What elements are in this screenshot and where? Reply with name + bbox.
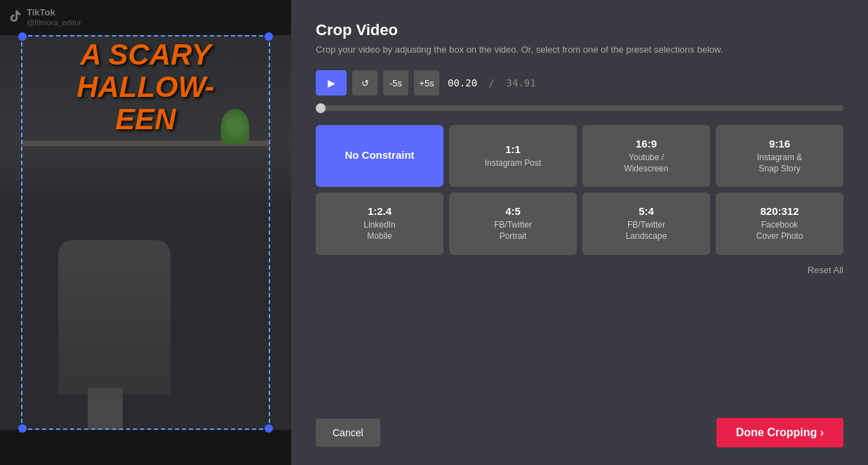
crop-option-9-16[interactable]: 9:16 Instagram &Snap Story xyxy=(716,125,843,187)
crop-ratio-label: 1:1 xyxy=(456,143,570,155)
time-separator: / xyxy=(483,77,500,89)
right-panel: Crop Video Crop your video by adjusting … xyxy=(291,0,868,465)
playback-controls: ▶ ↺ -5s +5s 00.20 / 34.91 xyxy=(316,70,843,96)
plus5-button[interactable]: +5s xyxy=(414,70,439,96)
crop-option-1-2-4[interactable]: 1:2.4 LinkedInMobile xyxy=(316,192,443,254)
crop-option-1-1[interactable]: 1:1 Instagram Post xyxy=(449,125,577,187)
crop-name-label: FB/TwitterPortrait xyxy=(456,220,570,242)
crop-ratio-label: 4:5 xyxy=(456,205,570,217)
panel-subtitle: Crop your video by adjusting the box on … xyxy=(316,44,843,56)
crop-handle-top-right[interactable] xyxy=(265,32,273,41)
replay-icon: ↺ xyxy=(361,78,369,89)
minus5-button[interactable]: -5s xyxy=(383,70,408,96)
crop-mask-bottom xyxy=(0,430,291,465)
reset-row: Reset All xyxy=(316,263,843,276)
crop-ratio-label: 820:312 xyxy=(723,205,836,217)
bottom-buttons-row: Cancel Done Cropping › xyxy=(316,418,843,447)
crop-option-no-constraint[interactable]: No Constraint xyxy=(316,125,443,187)
crop-option-820-312[interactable]: 820:312 FacebookCover Photo xyxy=(716,192,843,254)
total-time: 34.91 xyxy=(506,77,535,89)
crop-ratio-label: 9:16 xyxy=(723,138,836,150)
replay-button[interactable]: ↺ xyxy=(352,70,378,96)
reset-all-button[interactable]: Reset All xyxy=(808,265,843,275)
progress-handle[interactable] xyxy=(316,103,326,113)
progress-bar-container[interactable] xyxy=(316,105,843,111)
crop-ratio-label: 16:9 xyxy=(589,138,703,150)
video-preview-area: TikTok @filmora_editor A SCARY HALLOW- E… xyxy=(0,0,291,465)
crop-handle-bottom-right[interactable] xyxy=(265,424,273,433)
crop-option-4-5[interactable]: 4:5 FB/TwitterPortrait xyxy=(449,192,577,254)
play-button[interactable]: ▶ xyxy=(316,70,347,96)
crop-options-grid: No Constraint 1:1 Instagram Post 16:9 Yo… xyxy=(316,125,843,254)
cancel-button[interactable]: Cancel xyxy=(316,419,380,447)
crop-ratio-label: 5:4 xyxy=(589,205,703,217)
video-panel: TikTok @filmora_editor A SCARY HALLOW- E… xyxy=(0,0,291,465)
crop-name-label: Youtube /Widescreen xyxy=(589,152,703,174)
crop-name-label: FB/TwitterLandscape xyxy=(589,220,703,242)
crop-handle-bottom-left[interactable] xyxy=(18,424,27,433)
crop-ratio-label: 1:2.4 xyxy=(323,205,436,217)
crop-name-label: LinkedInMobile xyxy=(323,220,436,242)
done-cropping-button[interactable]: Done Cropping › xyxy=(716,418,843,447)
crop-name-label: Instagram &Snap Story xyxy=(723,152,836,174)
crop-handle-top-left[interactable] xyxy=(18,32,27,41)
crop-selection-box[interactable] xyxy=(21,35,270,430)
crop-name-label: Instagram Post xyxy=(456,158,570,169)
crop-ratio-label: No Constraint xyxy=(323,149,436,161)
play-icon: ▶ xyxy=(328,77,335,89)
crop-option-16-9[interactable]: 16:9 Youtube /Widescreen xyxy=(582,125,710,187)
crop-name-label: FacebookCover Photo xyxy=(723,220,836,242)
panel-title: Crop Video xyxy=(316,21,843,39)
crop-option-5-4[interactable]: 5:4 FB/TwitterLandscape xyxy=(582,192,710,254)
current-time: 00.20 xyxy=(448,77,477,89)
crop-mask-top xyxy=(0,0,291,35)
